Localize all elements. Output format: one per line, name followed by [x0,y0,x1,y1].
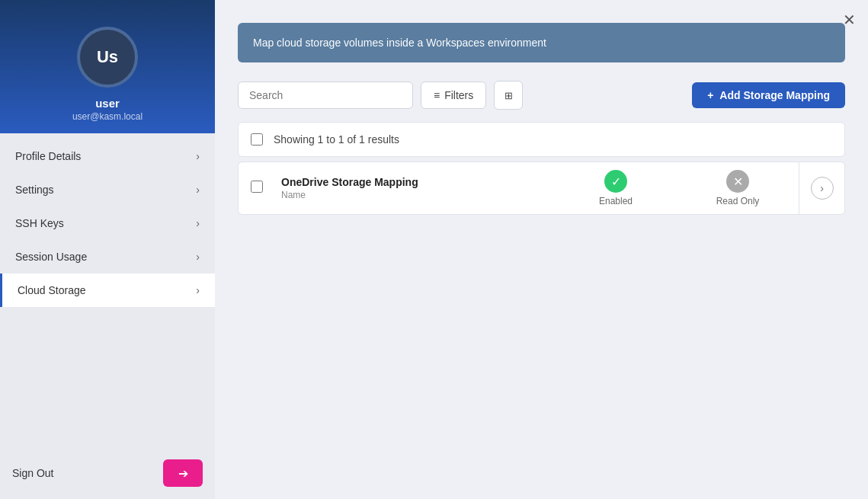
arrow-circle: › [811,177,834,200]
sidebar-item-profile-details[interactable]: Profile Details › [0,139,215,173]
filters-button[interactable]: ≡ Filters [421,82,486,109]
sidebar-nav: Profile Details › Settings › SSH Keys › … [0,133,215,447]
chevron-right-icon: › [196,184,200,196]
chevron-right-icon: › [196,284,200,296]
readonly-label: Read Only [716,196,760,206]
row-detail-button[interactable]: › [799,162,844,214]
enabled-label: Enabled [599,196,633,206]
user-email: user@kasm.local [72,111,143,122]
sidebar-item-label: Profile Details [15,150,81,162]
readonly-icon: ✕ [726,170,749,193]
row-name-col: OneDrive Storage Mapping Name [275,167,555,210]
grid-icon: ⊞ [504,90,513,101]
chevron-right-icon: › [196,251,200,263]
sidebar-item-label: SSH Keys [15,217,64,229]
row-enabled-col: ✓ Enabled [555,170,677,206]
grid-view-button[interactable]: ⊞ [494,81,523,110]
sign-out-icon: ➔ [178,466,188,481]
sidebar-footer: Sign Out ➔ [0,447,215,499]
sidebar-item-label: Session Usage [15,251,87,263]
add-icon: + [707,89,713,101]
sidebar-item-cloud-storage[interactable]: Cloud Storage › [0,273,215,307]
info-banner: Map cloud storage volumes inside a Works… [238,23,845,62]
sidebar-item-ssh-keys[interactable]: SSH Keys › [0,206,215,240]
row-checkbox-col [239,181,275,196]
add-label: Add Storage Mapping [719,89,830,101]
sidebar-item-session-usage[interactable]: Session Usage › [0,240,215,273]
row-name-sub: Name [281,190,549,200]
main-content: ✕ Map cloud storage volumes inside a Wor… [215,0,868,499]
chevron-right-icon: › [196,150,200,162]
sidebar: Us user user@kasm.local Profile Details … [0,0,215,499]
sign-out-label: Sign Out [12,467,53,479]
sidebar-top: Us user user@kasm.local [0,0,215,133]
row-select-checkbox[interactable] [251,181,263,193]
select-all-checkbox[interactable] [251,133,263,146]
enabled-icon: ✓ [604,170,627,193]
avatar: Us [77,27,138,88]
x-icon: ✕ [733,174,743,189]
chevron-right-icon: › [196,217,200,229]
row-name: OneDrive Storage Mapping [281,176,549,188]
user-name: user [95,97,120,110]
checkmark-icon: ✓ [611,174,621,189]
search-input[interactable] [238,82,413,109]
chevron-right-icon: › [820,182,824,194]
toolbar: ≡ Filters ⊞ + Add Storage Mapping [238,81,845,110]
add-storage-mapping-button[interactable]: + Add Storage Mapping [692,82,845,108]
sign-out-button[interactable]: ➔ [163,459,203,487]
filter-icon: ≡ [434,89,440,101]
table-row: OneDrive Storage Mapping Name ✓ Enabled … [238,162,845,215]
row-readonly-col: ✕ Read Only [677,170,799,206]
sidebar-item-label: Cloud Storage [18,284,86,296]
filters-label: Filters [444,89,473,101]
modal-overlay: Us user user@kasm.local Profile Details … [0,0,868,499]
sidebar-item-settings[interactable]: Settings › [0,173,215,206]
close-button[interactable]: ✕ [843,12,856,27]
results-header: Showing 1 to 1 of 1 results [238,122,845,157]
results-summary: Showing 1 to 1 of 1 results [274,133,399,146]
sidebar-item-label: Settings [15,184,54,196]
